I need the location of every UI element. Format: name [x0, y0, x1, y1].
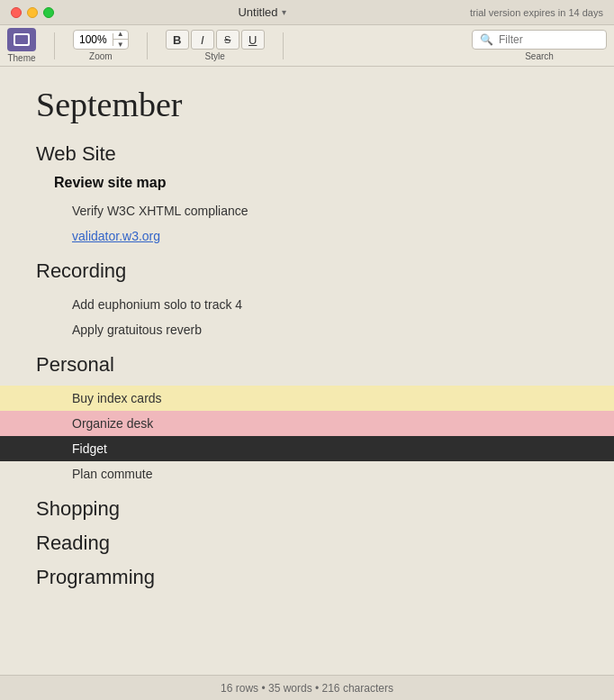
zoom-control[interactable]: 100% ▲ ▼	[73, 30, 129, 50]
zoom-up-arrow[interactable]: ▲	[113, 30, 128, 40]
maximize-button[interactable]	[43, 7, 54, 18]
search-icon: 🔍	[480, 33, 493, 46]
section-programming: Programming	[36, 566, 587, 589]
close-button[interactable]	[11, 7, 22, 18]
minimize-button[interactable]	[27, 7, 38, 18]
section-recording: Recording Add euphonium solo to track 4 …	[36, 259, 587, 342]
status-bar: 16 rows • 35 words • 216 characters	[0, 675, 614, 700]
theme-label: Theme	[7, 53, 35, 63]
theme-button[interactable]	[7, 28, 36, 51]
search-label: Search	[525, 51, 554, 61]
search-section: 🔍 Search	[472, 30, 607, 61]
strikethrough-button[interactable]: S	[216, 30, 239, 50]
trial-notice: trial version expires in 14 days	[470, 7, 603, 18]
zoom-section: 100% ▲ ▼ Zoom	[73, 30, 129, 61]
section-personal: Personal Buy index cards Organize desk F…	[36, 353, 587, 486]
search-box[interactable]: 🔍	[472, 30, 607, 50]
toolbar: Theme 100% ▲ ▼ Zoom B I S U Style 🔍 Sear…	[0, 25, 614, 67]
section-h1-reading: Reading	[36, 532, 587, 555]
section-h1-personal: Personal	[36, 353, 587, 377]
style-section: B I S U Style	[166, 30, 265, 61]
style-buttons: B I S U	[166, 30, 265, 50]
link-validator[interactable]: validator.w3.org	[36, 223, 587, 249]
zoom-down-arrow[interactable]: ▼	[113, 40, 128, 50]
section-shopping: Shopping	[36, 497, 587, 521]
zoom-label: Zoom	[89, 51, 113, 61]
section-website: Web Site Review site map Verify W3C XHTM…	[36, 142, 587, 249]
list-item-buy-index-cards: Buy index cards	[0, 386, 614, 411]
list-item: Verify W3C XHTML compliance	[36, 198, 587, 223]
theme-section: Theme	[7, 28, 36, 63]
traffic-lights	[11, 7, 54, 18]
section-reading: Reading	[36, 532, 587, 555]
underline-button[interactable]: U	[241, 30, 265, 50]
list-item: Add euphonium solo to track 4	[36, 292, 587, 317]
title-arrow: ▾	[282, 7, 286, 17]
document-content: September Web Site Review site map Verif…	[0, 67, 614, 675]
list-item: Apply gratuitous reverb	[36, 317, 587, 342]
style-label: Style	[205, 51, 225, 61]
list-item-plan-commute: Plan commute	[36, 461, 587, 486]
section-h1-website: Web Site	[36, 142, 587, 166]
item-review-site-map: Review site map	[54, 175, 587, 191]
divider-2	[147, 32, 148, 59]
document-title: September	[36, 85, 587, 124]
zoom-value: 100%	[74, 33, 113, 46]
section-h1-recording: Recording	[36, 259, 587, 283]
list-item-fidget: Fidget	[0, 436, 614, 461]
theme-icon	[14, 33, 30, 46]
section-h1-shopping: Shopping	[36, 497, 587, 521]
divider-3	[283, 32, 284, 59]
title-text: Untitled	[238, 5, 277, 19]
title-bar: Untitled ▾ trial version expires in 14 d…	[0, 0, 614, 25]
list-item-organize-desk: Organize desk	[0, 411, 614, 436]
divider-1	[54, 32, 55, 59]
section-h1-programming: Programming	[36, 566, 587, 589]
search-input[interactable]	[499, 33, 599, 46]
status-text: 16 rows • 35 words • 216 characters	[221, 682, 393, 695]
window-title: Untitled ▾	[238, 5, 285, 19]
bold-button[interactable]: B	[166, 30, 189, 50]
zoom-arrows: ▲ ▼	[113, 30, 128, 50]
italic-button[interactable]: I	[191, 30, 214, 50]
